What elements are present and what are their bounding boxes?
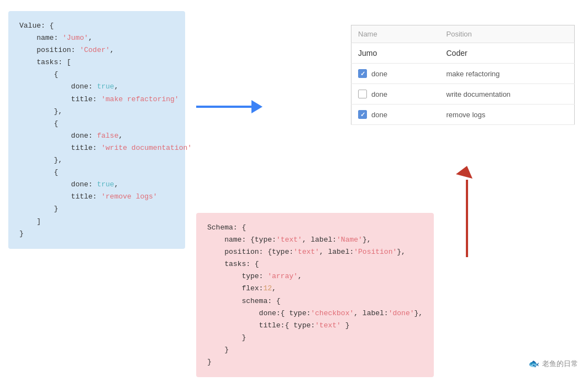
- task-3-done-label: done: [371, 111, 387, 119]
- red-arrow: [437, 163, 481, 263]
- table-row-task-3: done remove logs: [351, 105, 575, 125]
- task-1-done-cell: done: [351, 64, 440, 84]
- table-cell-name: Jumo: [351, 43, 440, 64]
- code-line: {: [19, 118, 174, 130]
- schema-code-block: Schema: { name: {type:'text', label:'Nam…: [196, 213, 434, 377]
- column-header-name: Name: [351, 25, 440, 43]
- code-line: done: true,: [19, 81, 174, 93]
- code-line: done: false,: [19, 130, 174, 142]
- table-row-header: Jumo Coder: [351, 43, 575, 64]
- code-line: }: [19, 228, 174, 240]
- code-line: ]: [19, 216, 174, 228]
- arrow-right: [196, 98, 262, 115]
- schema-line: type: 'array',: [207, 270, 423, 283]
- task-1-title: make refactoring: [440, 64, 575, 84]
- schema-line: schema: {: [207, 295, 423, 307]
- code-line: title: 'make refactoring': [19, 93, 174, 106]
- code-line: name: 'Jumo',: [19, 32, 174, 44]
- data-table: Name Position Jumo Coder done make refac…: [351, 25, 575, 125]
- schema-line: tasks: {: [207, 258, 423, 270]
- task-2-title: write documentation: [440, 84, 575, 105]
- table-cell-position: Coder: [440, 43, 575, 64]
- task-1-done-label: done: [371, 70, 387, 78]
- task-2-done-label: done: [371, 90, 387, 98]
- schema-line: title:{ type:'text' }: [207, 320, 423, 332]
- code-line: {: [19, 166, 174, 179]
- task-3-done-cell: done: [351, 105, 440, 125]
- column-header-position: Position: [440, 25, 575, 43]
- code-line: {: [19, 69, 174, 81]
- value-code-block: Value: { name: 'Jumo', position: 'Coder'…: [8, 11, 185, 249]
- checkbox-checked-icon: [358, 69, 367, 78]
- watermark-text: 老鱼的日常: [542, 359, 578, 369]
- schema-line: }: [207, 344, 423, 356]
- code-line: }: [19, 203, 174, 215]
- watermark: 🐟 老鱼的日常: [528, 358, 578, 369]
- code-line: Value: {: [19, 20, 174, 32]
- checkbox-checked-icon-2: [358, 110, 367, 119]
- code-line: done: true,: [19, 179, 174, 191]
- code-line: title: 'remove logs': [19, 191, 174, 203]
- task-3-title: remove logs: [440, 105, 575, 125]
- schema-line: Schema: {: [207, 222, 423, 234]
- code-line: },: [19, 154, 174, 166]
- svg-marker-1: [456, 166, 473, 179]
- arrow-line: [196, 106, 251, 108]
- task-2-done-cell: done: [351, 84, 440, 105]
- schema-line: position: {type:'text', label:'Position'…: [207, 246, 423, 258]
- code-line: title: 'write documentation': [19, 142, 174, 154]
- schema-line: }: [207, 332, 423, 344]
- code-line: position: 'Coder',: [19, 44, 174, 56]
- watermark-icon: 🐟: [528, 358, 539, 369]
- schema-line: }: [207, 356, 423, 368]
- schema-line: name: {type:'text', label:'Name'},: [207, 234, 423, 246]
- code-line: tasks: [: [19, 56, 174, 69]
- table-row-task-2: done write documentation: [351, 84, 575, 105]
- code-line: },: [19, 106, 174, 118]
- arrow-head: [251, 100, 262, 113]
- schema-line: done:{ type:'checkbox', label:'done'},: [207, 307, 423, 320]
- table-row-task-1: done make refactoring: [351, 64, 575, 84]
- checkbox-unchecked-icon: [358, 90, 367, 98]
- schema-line: flex:12,: [207, 283, 423, 295]
